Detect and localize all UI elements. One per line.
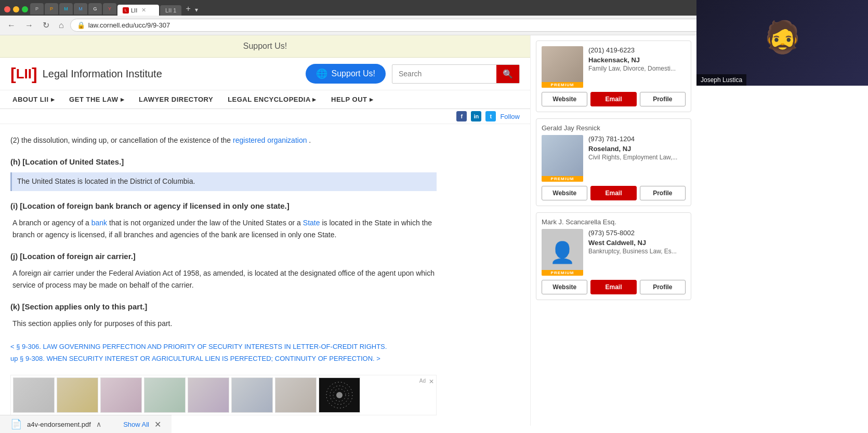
nav-item-getlaw[interactable]: GET THE LAW ▸ [67,90,126,109]
lawyer-2-profile-btn[interactable]: Profile [640,186,686,200]
nav-menu: ABOUT LII ▸ GET THE LAW ▸ LAWYER DIRECTO… [0,90,530,109]
nav-links-bottom: < § 9-306. LAW GOVERNING PERFECTION AND … [10,341,437,365]
active-tab[interactable]: L LII ✕ [117,5,159,16]
video-overlay: 🧔 Joseph Lustica [696,0,868,86]
support-banner: Support Us! [0,35,530,58]
dot-yellow[interactable] [13,6,19,12]
state-link[interactable]: State [303,219,320,227]
section-k-body: This section applies only for purposes o… [10,318,437,330]
ad-thumb-2[interactable] [57,377,98,413]
dot-red[interactable] [4,6,10,12]
dot-green[interactable] [22,6,28,12]
site-header: [ LII ] Legal Information Institute 🌐 Su… [0,58,530,90]
intro-end: . [309,136,311,144]
video-label: Joseph Lustica [696,74,746,86]
lawyer-3-website-btn[interactable]: Website [542,280,587,294]
ad-thumb-4[interactable] [144,377,186,413]
ad-thumb-5[interactable] [188,377,229,413]
pinned-tab-2[interactable]: P [45,3,58,15]
back-btn[interactable]: ← [4,20,19,31]
lawyer-card-1-top: PREMIUM (201) 419-6223 Hackensack, NJ Fa… [542,46,686,88]
prev-section-link[interactable]: < § 9-306. LAW GOVERNING PERFECTION AND … [10,341,437,353]
facebook-icon[interactable]: f [456,111,467,121]
address-bar[interactable]: 🔒 law.cornell.edu/ucc/9/9-307 [70,19,776,32]
active-tab-label: LII [131,7,137,13]
premium-badge-3: PREMIUM [542,270,583,276]
header-right: 🌐 Support Us! 🔍 [306,64,520,84]
lawyer-2-actions: Website Email Profile [542,186,686,200]
download-expand-icon[interactable]: ∧ [96,420,101,426]
section-j: (j) [Location of foreign air carrier.] A… [10,250,437,292]
other-tab[interactable]: LII 1 [160,5,181,16]
lawyer-1-photo: PREMIUM [542,46,583,88]
lawyer-2-practice: Civil Rights, Employment Law,... [588,154,686,161]
pinned-tab-4[interactable]: M [74,3,87,15]
nav-item-helpout[interactable]: HELP OUT ▸ [329,90,375,109]
next-section-link[interactable]: up § 9-308. WHEN SECURITY INTEREST OR AG… [10,353,437,364]
lawyer-card-3-name[interactable]: Mark J. Scancarella Esq. [542,218,686,226]
content-body: (2) the dissolution, winding up, or canc… [0,124,447,426]
lawyer-1-city: Hackensack, NJ [588,56,686,64]
pinned-tab-3[interactable]: M [59,3,73,15]
lock-icon: 🔒 [77,21,85,29]
new-tab-btn[interactable]: + [182,4,193,16]
tab-overflow[interactable]: ▾ [195,6,198,16]
show-all-link[interactable]: Show All [123,421,149,426]
section-i-heading: (i) [Location of foreign bank branch or … [10,199,437,213]
ad-thumb-1[interactable] [13,377,55,413]
lawyer-2-phone: (973) 781-1204 [588,135,686,143]
lawyer-2-photo: PREMIUM [542,135,583,182]
download-filename: a4v-endorsement.pdf [27,421,91,426]
registered-org-link[interactable]: registered organization [233,136,307,144]
refresh-btn[interactable]: ↻ [40,19,52,31]
lawyer-1-website-btn[interactable]: Website [542,92,587,106]
download-bar-close[interactable]: ✕ [154,420,161,426]
lawyer-3-email-btn[interactable]: Email [590,280,636,294]
other-tab-label: LII 1 [165,7,176,13]
lawyer-1-profile-btn[interactable]: Profile [640,92,686,106]
search-btn[interactable]: 🔍 [496,65,519,83]
section-k-heading: (k) [Section applies only to this part.] [10,300,437,314]
lawyer-3-profile-btn[interactable]: Profile [640,280,686,294]
ad-thumb-6[interactable] [231,377,273,413]
twitter-icon[interactable]: t [485,111,496,121]
lawyer-2-email-btn[interactable]: Email [590,186,636,200]
premium-badge-1: PREMIUM [542,82,583,88]
main-content: Support Us! [ LII ] Legal Information In… [0,35,530,426]
lawyer-1-practice: Family Law, Divorce, Domesti... [588,65,686,72]
pinned-tab-6[interactable]: Y [103,3,116,15]
lawyer-card-2-name[interactable]: Gerald Jay Resnick [542,124,686,132]
pinned-tab-1[interactable]: P [30,3,44,15]
active-tab-favicon: L [123,7,129,13]
active-tab-close[interactable]: ✕ [141,7,146,13]
lii-logo[interactable]: [ LII ] [10,65,37,82]
window-controls [4,6,28,16]
home-btn[interactable]: ⌂ [56,20,67,31]
follow-link[interactable]: Follow [500,113,520,120]
lawyer-3-actions: Website Email Profile [542,280,686,294]
section-j-heading: (j) [Location of foreign air carrier.] [10,250,437,263]
nav-item-lawyers[interactable]: LAWYER DIRECTORY [137,90,215,109]
lawyer-2-info: (973) 781-1204 Roseland, NJ Civil Rights… [588,135,686,182]
logo-area: [ LII ] Legal Information Institute [10,65,295,82]
lawyer-1-email-btn[interactable]: Email [590,92,636,106]
ad-dots [319,377,360,413]
linkedin-icon[interactable]: in [471,111,481,121]
ad-close-btn[interactable]: ✕ [429,376,434,387]
ad-thumb-7[interactable] [275,377,317,413]
lawyer-2-website-btn[interactable]: Website [542,186,587,200]
ad-thumb-3[interactable] [100,377,142,413]
nav-item-about[interactable]: ABOUT LII ▸ [10,90,57,109]
download-file-icon: 📄 [10,418,22,426]
logo-bracket-right: ] [32,65,37,82]
lawyer-2-city: Roseland, NJ [588,145,686,153]
support-us-btn[interactable]: 🌐 Support Us! [306,64,386,84]
lawyer-card-1: PREMIUM (201) 419-6223 Hackensack, NJ Fa… [536,40,691,112]
search-input[interactable] [392,65,496,82]
pinned-tab-5[interactable]: G [88,3,102,15]
forward-btn[interactable]: → [22,20,36,31]
bank-link[interactable]: bank [91,219,107,227]
section-j-body: A foreign air carrier under the Federal … [10,267,437,292]
nav-item-encyclopedia[interactable]: LEGAL ENCYCLOPEDIA ▸ [226,90,319,109]
lawyer-3-info: (973) 575-8002 West Caldwell, NJ Bankrup… [588,229,686,276]
